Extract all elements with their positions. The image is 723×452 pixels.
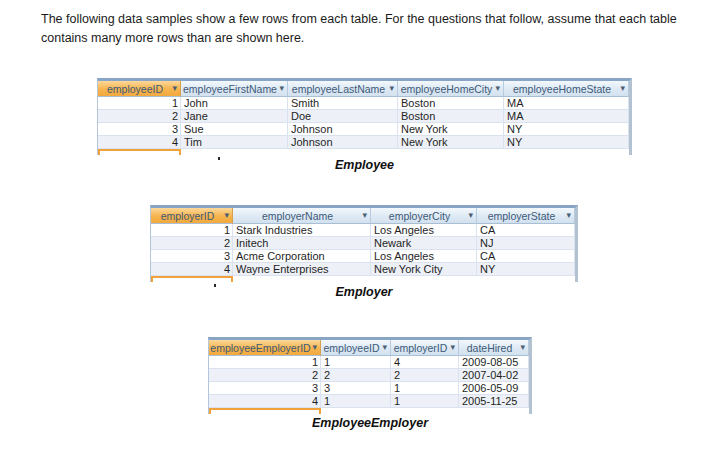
dropdown-arrow-icon[interactable]: ▾ <box>362 211 367 220</box>
table-cell[interactable]: Boston <box>398 110 504 123</box>
table-cell[interactable]: 1 <box>391 395 459 408</box>
table-cell[interactable]: 2 <box>391 369 459 382</box>
table-row: 3 3 1 2006-05-09 <box>209 382 529 395</box>
table-cell[interactable]: John <box>181 97 288 110</box>
dropdown-arrow-icon[interactable]: ▾ <box>620 84 625 93</box>
table-cell[interactable]: CA <box>477 224 575 237</box>
employee-employer-header-row: employeeEmployerID ▾ employeeID ▾ employ… <box>209 340 529 356</box>
table-cell[interactable]: MA <box>504 97 629 110</box>
table-cell[interactable]: Doe <box>288 110 398 123</box>
table-cell[interactable]: CA <box>477 250 575 263</box>
table-row: 1 1 4 2009-08-05 <box>209 356 529 369</box>
table-cell[interactable]: New York <box>398 136 504 149</box>
table-cell[interactable]: 2 <box>151 237 233 250</box>
column-header-dateHired[interactable]: dateHired ▾ <box>459 340 529 356</box>
table-cell[interactable]: Johnson <box>288 123 398 136</box>
column-header-employerID[interactable]: employerID ▾ <box>151 208 233 224</box>
table-row: 2 2 2 2007-04-02 <box>209 369 529 382</box>
table-cell[interactable]: Smith <box>288 97 398 110</box>
table-cell[interactable]: 1 <box>98 97 181 110</box>
table-row: 3 Sue Johnson New York NY <box>98 123 629 136</box>
table-cell[interactable]: 3 <box>209 382 321 395</box>
table-cell[interactable]: Sue <box>181 123 288 136</box>
table-caption-employee-employer: EmployeeEmployer <box>208 416 532 430</box>
table-cell[interactable]: NY <box>504 136 629 149</box>
table-cell[interactable]: 1 <box>151 224 233 237</box>
table-cell[interactable]: 3 <box>151 250 233 263</box>
column-header-label: employerCity <box>389 210 458 222</box>
table-caption-employer: Employer <box>150 285 578 299</box>
column-header-employeeFirstName[interactable]: employeeFirstName ▾ <box>181 81 288 97</box>
table-cell[interactable]: 3 <box>321 382 391 395</box>
table-cell[interactable]: 1 <box>321 356 391 369</box>
table-cell[interactable]: Stark Industries <box>233 224 371 237</box>
new-record-cell[interactable] <box>151 276 233 282</box>
table-cell[interactable]: Boston <box>398 97 504 110</box>
dropdown-arrow-icon[interactable]: ▾ <box>172 84 177 93</box>
dropdown-arrow-icon[interactable]: ▾ <box>566 211 571 220</box>
column-header-label: employeeID <box>107 83 171 95</box>
table-cell[interactable]: 1 <box>321 395 391 408</box>
dropdown-arrow-icon[interactable]: ▾ <box>389 84 394 93</box>
new-record-cell[interactable] <box>98 149 181 155</box>
column-header-label: dateHired <box>467 342 521 354</box>
table-cell[interactable]: 2009-08-05 <box>459 356 529 369</box>
column-header-employeeLastName[interactable]: employeeLastName ▾ <box>288 81 398 97</box>
table-cell[interactable]: 4 <box>151 263 233 276</box>
dropdown-arrow-icon[interactable]: ▾ <box>312 343 317 352</box>
column-header-employeeHomeCity[interactable]: employeeHomeCity ▾ <box>398 81 504 97</box>
table-cell[interactable]: 3 <box>98 123 181 136</box>
dropdown-arrow-icon[interactable]: ▾ <box>520 343 525 352</box>
table-cell[interactable]: 1 <box>209 356 321 369</box>
table-cell[interactable]: New York <box>398 123 504 136</box>
table-cell[interactable]: 2006-05-09 <box>459 382 529 395</box>
table-cell[interactable]: 2005-11-25 <box>459 395 529 408</box>
table-cell[interactable]: NY <box>477 263 575 276</box>
table-cell[interactable]: Jane <box>181 110 288 123</box>
table-cell[interactable]: NJ <box>477 237 575 250</box>
new-record-row <box>98 149 629 155</box>
table-cell[interactable]: 2 <box>321 369 391 382</box>
column-header-employeeHomeState[interactable]: employeeHomeState ▾ <box>504 81 629 97</box>
table-cell[interactable]: Los Angeles <box>371 250 477 263</box>
table-cell[interactable]: New York City <box>371 263 477 276</box>
table-cell[interactable]: Los Angeles <box>371 224 477 237</box>
dropdown-arrow-icon[interactable]: ▾ <box>224 211 229 220</box>
table-cell[interactable]: Tim <box>181 136 288 149</box>
table-cell[interactable]: MA <box>504 110 629 123</box>
table-cell[interactable]: 4 <box>209 395 321 408</box>
column-header-label: employeeID <box>323 342 387 354</box>
table-row: 2 Jane Doe Boston MA <box>98 110 629 123</box>
table-cell[interactable]: Wayne Enterprises <box>233 263 371 276</box>
dropdown-arrow-icon[interactable]: ▾ <box>279 84 284 93</box>
column-header-employerCity[interactable]: employerCity ▾ <box>371 208 477 224</box>
dropdown-arrow-icon[interactable]: ▾ <box>468 211 473 220</box>
table-row: 4 Tim Johnson New York NY <box>98 136 629 149</box>
table-cell[interactable]: 1 <box>391 382 459 395</box>
column-header-label: employerID <box>161 210 223 222</box>
table-cell[interactable]: NY <box>504 123 629 136</box>
column-header-employerName[interactable]: employerName ▾ <box>233 208 371 224</box>
dropdown-arrow-icon[interactable]: ▾ <box>382 343 387 352</box>
new-record-cell[interactable] <box>209 408 321 414</box>
table-cell[interactable]: Johnson <box>288 136 398 149</box>
table-cell[interactable]: Acme Corporation <box>233 250 371 263</box>
column-header-employeeID[interactable]: employeeID ▾ <box>98 81 181 97</box>
column-header-label: employeeHomeCity <box>401 83 501 95</box>
table-cell[interactable]: 2 <box>98 110 181 123</box>
dropdown-arrow-icon[interactable]: ▾ <box>495 84 500 93</box>
table-cell[interactable]: 2007-04-02 <box>459 369 529 382</box>
table-row: 1 John Smith Boston MA <box>98 97 629 110</box>
column-header-employeeEmployerID[interactable]: employeeEmployerID ▾ <box>209 340 321 356</box>
table-row: 1 Stark Industries Los Angeles CA <box>151 224 575 237</box>
table-cell[interactable]: 4 <box>391 356 459 369</box>
employer-header-row: employerID ▾ employerName ▾ employerCity… <box>151 208 575 224</box>
table-cell[interactable]: 2 <box>209 369 321 382</box>
dropdown-arrow-icon[interactable]: ▾ <box>450 343 455 352</box>
table-cell[interactable]: Initech <box>233 237 371 250</box>
column-header-employeeID[interactable]: employeeID ▾ <box>321 340 391 356</box>
column-header-employerState[interactable]: employerState ▾ <box>477 208 575 224</box>
table-cell[interactable]: Newark <box>371 237 477 250</box>
table-cell[interactable]: 4 <box>98 136 181 149</box>
column-header-employerID[interactable]: employerID ▾ <box>391 340 459 356</box>
